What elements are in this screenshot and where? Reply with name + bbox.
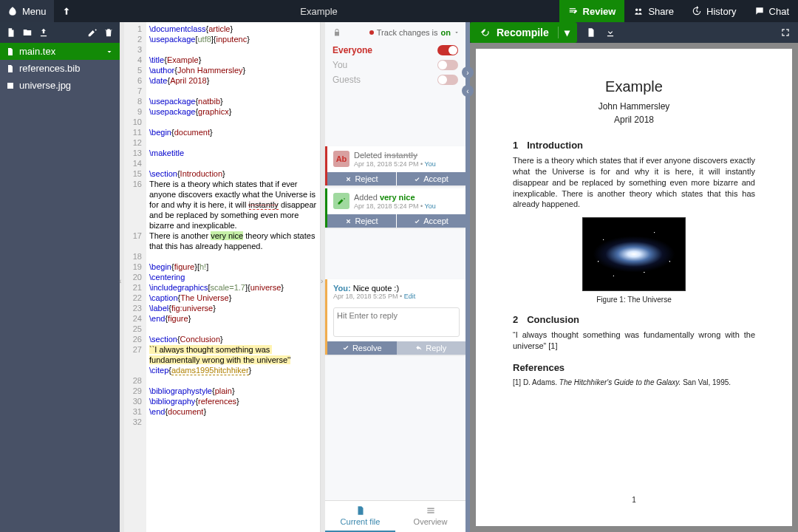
rename-icon[interactable]: [87, 27, 98, 38]
toggle-label: You: [332, 60, 347, 70]
download-icon[interactable]: [605, 27, 615, 38]
refresh-icon: [480, 27, 491, 38]
file-label: references.bib: [19, 63, 80, 74]
accept-button[interactable]: Accept: [397, 214, 466, 228]
reply-input[interactable]: [333, 307, 460, 337]
added-word: very nice: [380, 193, 415, 202]
change-card-added: Added very nice Apr 18, 2018 5:24 PM • Y…: [325, 188, 466, 228]
leaf-icon: [7, 6, 18, 16]
code-editor[interactable]: 12345678910111213141516 17 1819202122232…: [124, 22, 321, 532]
toggle-label: Guests: [332, 75, 361, 85]
pdf-paragraph: “I always thought something was fundamen…: [513, 330, 755, 352]
chat-label: Chat: [769, 6, 789, 17]
toggle-you: You: [325, 58, 466, 72]
toggle-everyone: Everyone: [325, 43, 466, 58]
lock-icon[interactable]: [325, 28, 349, 37]
file-universe-jpg[interactable]: universe.jpg: [0, 77, 120, 94]
main-divider[interactable]: › ‹: [466, 22, 470, 532]
upload-icon[interactable]: [38, 27, 49, 38]
image-icon: [6, 81, 15, 90]
delete-icon[interactable]: [103, 27, 114, 38]
share-button[interactable]: Share: [624, 0, 683, 22]
recompile-label: Recompile: [497, 27, 549, 38]
collapse-left-icon[interactable]: ‹: [462, 85, 474, 97]
pdf-figure: Figure 1: The Universe: [513, 217, 755, 304]
file-icon: [6, 64, 15, 73]
reference-item: [1] D. Adams. The Hitchhiker's Guide to …: [513, 378, 755, 388]
switch-you[interactable]: [437, 60, 458, 70]
file-label: main.tex: [19, 46, 55, 57]
share-label: Share: [648, 6, 674, 17]
track-changes-status: Track changes is on: [349, 28, 466, 37]
new-folder-icon[interactable]: [22, 27, 33, 38]
resolve-button[interactable]: Resolve: [327, 341, 397, 355]
pencil-icon: [333, 193, 349, 209]
file-label: universe.jpg: [19, 80, 71, 91]
figure-caption: Figure 1: The Universe: [513, 296, 755, 304]
review-button[interactable]: Review: [559, 0, 625, 22]
review-panel: Track changes is on Everyone You Guests …: [325, 22, 466, 532]
references-heading: References: [513, 362, 755, 373]
chevron-down-icon[interactable]: [105, 47, 114, 56]
collapse-right-icon[interactable]: ›: [462, 66, 474, 78]
section-heading: Introduction: [527, 140, 583, 151]
share-icon: [633, 6, 644, 16]
file-toolbar: [0, 22, 120, 43]
history-button[interactable]: History: [683, 0, 745, 22]
pdf-preview: Recompile ▾ Example John Hammersley Apri…: [470, 22, 798, 532]
tab-current-file[interactable]: Current file: [325, 501, 395, 532]
accept-button[interactable]: Accept: [397, 172, 466, 185]
file-references-bib[interactable]: references.bib: [0, 60, 120, 77]
reject-button[interactable]: Reject: [327, 214, 397, 228]
tab-overview[interactable]: Overview: [395, 501, 466, 532]
pdf-page: Example John Hammersley April 2018 1Intr…: [476, 49, 792, 526]
expand-icon[interactable]: [780, 27, 791, 38]
logs-icon[interactable]: [586, 27, 596, 38]
switch-everyone[interactable]: [437, 45, 458, 55]
status-dot-icon: [369, 30, 374, 35]
file-main-tex[interactable]: main.tex: [0, 43, 120, 60]
reply-button[interactable]: Reply: [397, 341, 466, 355]
menu-label: Menu: [22, 6, 47, 17]
chat-button[interactable]: Chat: [746, 0, 798, 22]
chevron-down-icon[interactable]: [454, 30, 460, 35]
section-heading: Conclusion: [527, 314, 579, 325]
review-icon: [568, 6, 579, 16]
switch-guests[interactable]: [437, 75, 458, 85]
page-number: 1: [476, 496, 792, 504]
review-tabs: Current file Overview: [325, 500, 466, 532]
code-area[interactable]: \documentclass{article}\usepackage[utf8]…: [146, 22, 320, 532]
new-file-icon[interactable]: [6, 27, 16, 38]
line-gutter: 12345678910111213141516 17 1819202122232…: [124, 22, 146, 532]
history-icon: [692, 6, 702, 16]
up-arrow-icon: [61, 6, 72, 16]
galaxy-image: [582, 217, 686, 291]
toggle-guests: Guests: [325, 72, 466, 87]
recompile-button[interactable]: Recompile ▾: [470, 22, 577, 43]
menu-button[interactable]: Menu: [0, 0, 54, 22]
pdf-title: Example: [513, 78, 755, 95]
change-card-deleted: Ab Deleted instantly Apr 18, 2018 5:24 P…: [325, 146, 466, 185]
file-icon: [6, 47, 15, 56]
deleted-word: instantly: [384, 151, 417, 160]
comment-card: You: Nice quote :) Apr 18, 2018 5:25 PM …: [325, 279, 466, 355]
up-button[interactable]: [54, 0, 79, 22]
pdf-author: John Hammersley: [513, 101, 755, 112]
pdf-toolbar: Recompile ▾: [470, 22, 798, 43]
project-title: Example: [79, 6, 559, 17]
file-sidebar: main.tex references.bib universe.jpg: [0, 22, 120, 532]
toggle-label: Everyone: [332, 45, 372, 55]
top-bar: Menu Example Review Share History Chat: [0, 0, 798, 22]
pdf-date: April 2018: [513, 115, 755, 125]
comment-text: Nice quote :): [353, 284, 399, 293]
comment-author: You:: [333, 284, 351, 293]
reject-button[interactable]: Reject: [327, 172, 397, 185]
strikethrough-icon: Ab: [333, 151, 349, 167]
file-icon: [355, 505, 366, 516]
pdf-paragraph: There is a theory which states that if e…: [513, 155, 755, 210]
chevron-down-icon[interactable]: ▾: [558, 27, 570, 38]
edit-link[interactable]: Edit: [404, 293, 416, 300]
list-icon: [426, 505, 436, 516]
chat-icon: [754, 6, 765, 16]
review-label: Review: [583, 6, 616, 17]
